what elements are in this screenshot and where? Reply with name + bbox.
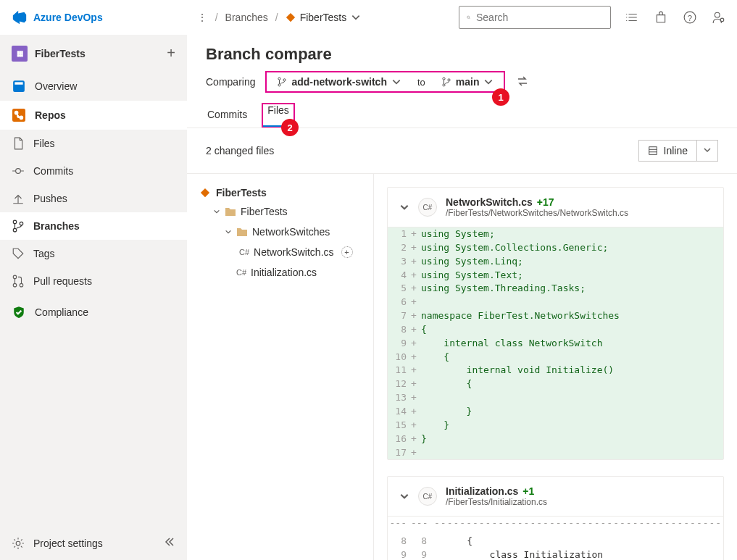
diff-line: 7+namespace FiberTest.NetworkSwitches bbox=[388, 309, 723, 323]
breadcrumb: ⋮ / Branches / FiberTests bbox=[197, 12, 362, 23]
tree-file[interactable]: C# NetworkSwitch.cs + bbox=[187, 242, 373, 262]
diff-line: 15+ } bbox=[388, 419, 723, 432]
sidebar: ▦ FiberTests + Overview Repos Files Comm… bbox=[0, 35, 187, 560]
brand-label: Azure DevOps bbox=[33, 12, 103, 23]
shopping-bag-icon[interactable] bbox=[654, 11, 667, 24]
callout-2: 2 bbox=[281, 119, 299, 136]
branch-icon bbox=[277, 77, 287, 87]
breadcrumb-more-icon[interactable]: ⋮ bbox=[197, 12, 208, 23]
search-field[interactable] bbox=[476, 12, 603, 23]
svg-point-17 bbox=[278, 84, 280, 86]
diff-line: 5+using System.Threading.Tasks; bbox=[388, 282, 723, 296]
diff-line: 8+{ bbox=[388, 323, 723, 337]
svg-point-20 bbox=[443, 84, 445, 86]
file-icon bbox=[12, 137, 25, 150]
svg-point-11 bbox=[20, 222, 23, 225]
svg-rect-22 bbox=[649, 147, 657, 155]
branch-icon bbox=[12, 220, 25, 233]
svg-text:?: ? bbox=[688, 13, 692, 22]
diff-file-title: NetworkSwitch.cs bbox=[446, 196, 533, 208]
tree-folder[interactable]: FiberTests bbox=[187, 201, 373, 222]
file-label: NetworkSwitch.cs bbox=[254, 246, 333, 258]
chevron-down-icon[interactable] bbox=[399, 491, 409, 501]
inline-label: Inline bbox=[664, 145, 688, 156]
nav-commits[interactable]: Commits bbox=[0, 157, 187, 185]
project-name: FiberTests bbox=[35, 48, 86, 59]
search-input[interactable] bbox=[459, 6, 611, 29]
diff-view-mode-menu[interactable] bbox=[697, 140, 718, 162]
nav-branches[interactable]: Branches bbox=[0, 212, 187, 240]
diff-card: C#Initialization.cs+1/FiberTests/Initial… bbox=[387, 476, 724, 560]
tree-folder[interactable]: NetworkSwitches bbox=[187, 222, 373, 242]
chevron-down-icon bbox=[225, 228, 232, 235]
nav-label: Tags bbox=[33, 248, 55, 259]
source-branch-selector[interactable]: add-network-switch bbox=[270, 74, 408, 90]
file-added-icon: + bbox=[341, 246, 353, 258]
breadcrumb-branches[interactable]: Branches bbox=[225, 12, 268, 23]
tab-commits[interactable]: Commits bbox=[206, 103, 249, 128]
pull-request-icon bbox=[12, 275, 25, 288]
target-branch-label: main bbox=[456, 76, 480, 88]
changed-files-count: 2 changed files bbox=[206, 145, 274, 156]
page-title: Branch compare bbox=[206, 45, 718, 64]
collapse-sidebar-icon[interactable] bbox=[164, 536, 175, 550]
diff-card: C#NetworkSwitch.cs+17/FiberTests/Network… bbox=[387, 187, 724, 460]
diff-file-path: /FiberTests/Initialization.cs bbox=[446, 497, 547, 507]
diff-file-path: /FiberTests/NetworkSwitches/NetworkSwitc… bbox=[446, 208, 628, 218]
swap-branches-icon[interactable] bbox=[517, 75, 528, 89]
diff-add-count: +1 bbox=[522, 485, 534, 497]
chevron-down-icon bbox=[351, 12, 361, 22]
svg-point-21 bbox=[448, 79, 450, 81]
breadcrumb-sep: / bbox=[275, 12, 278, 23]
diff-line: 99 class Initialization bbox=[388, 548, 723, 560]
repos-icon bbox=[12, 108, 26, 122]
svg-point-12 bbox=[13, 275, 17, 279]
folder-label: FiberTests bbox=[241, 206, 288, 217]
tree-file[interactable]: C# Initialization.cs bbox=[187, 262, 373, 283]
project-switcher[interactable]: ▦ FiberTests + bbox=[0, 35, 187, 72]
folder-icon bbox=[225, 206, 236, 217]
nav-pull-requests[interactable]: Pull requests bbox=[0, 267, 187, 295]
diff-line: 13+ bbox=[388, 391, 723, 405]
diff-area: C#NetworkSwitch.cs+17/FiberTests/Network… bbox=[374, 174, 737, 560]
brand[interactable]: Azure DevOps bbox=[12, 9, 103, 25]
nav-pushes[interactable]: Pushes bbox=[0, 185, 187, 212]
breadcrumb-project[interactable]: FiberTests bbox=[286, 12, 362, 23]
branch-icon bbox=[441, 77, 451, 87]
user-settings-icon[interactable] bbox=[712, 11, 725, 24]
chevron-down-icon bbox=[703, 146, 712, 154]
chevron-down-icon[interactable] bbox=[399, 202, 409, 212]
nav-tags[interactable]: Tags bbox=[0, 240, 187, 267]
diff-line: 10+ { bbox=[388, 351, 723, 364]
nav-files[interactable]: Files bbox=[0, 130, 187, 157]
tree-root[interactable]: FiberTests bbox=[187, 184, 373, 201]
diff-add-count: +17 bbox=[537, 196, 554, 208]
add-project-icon[interactable]: + bbox=[167, 45, 175, 62]
diff-view-mode-button[interactable]: Inline bbox=[638, 140, 697, 162]
svg-point-13 bbox=[13, 283, 17, 287]
project-settings-label: Project settings bbox=[33, 538, 103, 549]
help-icon[interactable]: ? bbox=[683, 11, 696, 24]
nav-overview[interactable]: Overview bbox=[0, 72, 187, 101]
nav-label: Compliance bbox=[35, 306, 88, 318]
target-branch-selector[interactable]: main bbox=[434, 74, 501, 90]
nav-label: Files bbox=[33, 138, 55, 149]
nav-label: Branches bbox=[33, 220, 80, 232]
file-label: Initialization.cs bbox=[251, 267, 317, 278]
main-content: Branch compare Comparing add-network-swi… bbox=[187, 35, 737, 560]
diff-line: 17+ bbox=[388, 446, 723, 460]
nav-compliance[interactable]: Compliance bbox=[0, 298, 187, 327]
diff-line: 2+using System.Collections.Generic; bbox=[388, 241, 723, 255]
list-icon[interactable] bbox=[625, 11, 638, 24]
svg-point-15 bbox=[16, 541, 20, 546]
overview-icon bbox=[12, 79, 26, 93]
gear-icon bbox=[12, 537, 25, 550]
repo-diamond-icon bbox=[286, 12, 296, 22]
nav-repos[interactable]: Repos bbox=[0, 101, 187, 130]
svg-rect-6 bbox=[14, 82, 22, 84]
chevron-down-icon bbox=[213, 208, 220, 215]
project-settings[interactable]: Project settings bbox=[0, 526, 187, 560]
source-branch-label: add-network-switch bbox=[291, 76, 386, 88]
svg-point-9 bbox=[13, 220, 17, 224]
compliance-icon bbox=[12, 305, 26, 319]
